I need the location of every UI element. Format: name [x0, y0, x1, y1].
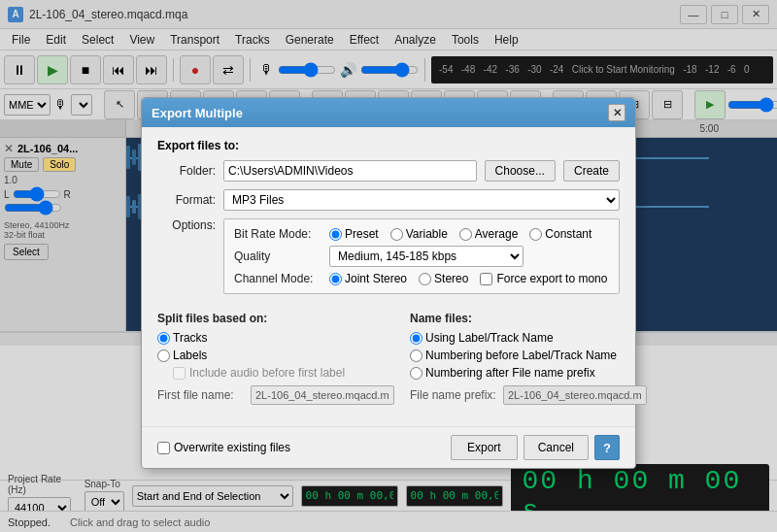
split-labels[interactable]: Labels — [157, 349, 394, 362]
split-options: Tracks Labels Include audio before first… — [157, 331, 394, 380]
folder-row: Folder: Choose... Create — [157, 160, 620, 182]
bit-rate-preset-radio[interactable] — [329, 228, 342, 241]
name-using-radio[interactable] — [410, 332, 422, 345]
dialog-footer: Overwrite existing files Export Cancel ? — [142, 426, 635, 468]
bit-rate-row: Bit Rate Mode: Preset Variable — [234, 227, 609, 241]
format-row: Format: MP3 Files — [157, 189, 620, 211]
channel-label: Channel Mode: — [234, 272, 321, 285]
bit-rate-constant-radio[interactable] — [529, 228, 542, 241]
first-file-row: First file name: — [157, 385, 394, 405]
format-select[interactable]: MP3 Files — [223, 189, 620, 211]
channel-joint-radio[interactable] — [329, 273, 342, 285]
cancel-button[interactable]: Cancel — [524, 435, 589, 460]
first-file-input[interactable] — [251, 385, 394, 405]
overwrite-row: Overwrite existing files — [157, 441, 443, 454]
channel-row: Channel Mode: Joint Stereo Stereo — [234, 272, 609, 285]
bit-rate-preset[interactable]: Preset — [329, 227, 379, 241]
export-multiple-dialog: Export Multiple ✕ Export files to: Folde… — [141, 97, 636, 469]
help-button[interactable]: ? — [594, 435, 620, 460]
overwrite-checkbox[interactable] — [157, 442, 170, 454]
bit-rate-group: Preset Variable Average — [329, 227, 591, 241]
quality-row: Quality Medium, 145-185 kbps — [234, 246, 609, 267]
bit-rate-label: Bit Rate Mode: — [234, 227, 321, 241]
first-file-label: First file name: — [157, 388, 245, 402]
folder-label: Folder: — [157, 164, 216, 178]
split-tracks-radio[interactable] — [157, 332, 170, 345]
dialog-body: Export files to: Folder: Choose... Creat… — [142, 127, 635, 426]
prefix-label: File name prefix: — [410, 388, 497, 402]
name-numbering-after[interactable]: Numbering after File name prefix — [410, 366, 647, 380]
dialog-title-bar: Export Multiple ✕ — [142, 98, 635, 127]
name-after-radio[interactable] — [410, 367, 422, 380]
quality-label: Quality — [234, 249, 321, 263]
bit-rate-average-radio[interactable] — [459, 228, 472, 241]
name-box: Name files: Using Label/Track Name Numbe… — [410, 312, 647, 405]
name-using-label[interactable]: Using Label/Track Name — [410, 331, 647, 345]
channel-group: Joint Stereo Stereo Force export to mono — [329, 272, 607, 285]
options-box: Bit Rate Mode: Preset Variable — [223, 218, 620, 294]
name-numbering-before[interactable]: Numbering before Label/Track Name — [410, 349, 647, 362]
bit-rate-variable-radio[interactable] — [390, 228, 403, 241]
channel-stereo-radio[interactable] — [419, 273, 431, 285]
choose-button[interactable]: Choose... — [485, 160, 556, 182]
channel-stereo[interactable]: Stereo — [419, 272, 468, 285]
include-audio-check[interactable]: Include audio before first label — [173, 366, 394, 380]
export-button[interactable]: Export — [451, 435, 518, 460]
overwrite-label: Overwrite existing files — [174, 441, 290, 454]
bit-rate-variable[interactable]: Variable — [390, 227, 448, 241]
prefix-input[interactable] — [503, 385, 647, 405]
split-title: Split files based on: — [157, 312, 394, 325]
force-mono-checkbox[interactable] — [480, 273, 492, 285]
split-name-section: Split files based on: Tracks Labels I — [157, 312, 620, 405]
prefix-row: File name prefix: — [410, 385, 647, 405]
quality-select[interactable]: Medium, 145-185 kbps — [329, 246, 524, 267]
create-button[interactable]: Create — [563, 160, 620, 182]
force-mono-check[interactable]: Force export to mono — [480, 272, 607, 285]
bit-rate-average[interactable]: Average — [459, 227, 518, 241]
dialog-overlay: Export Multiple ✕ Export files to: Folde… — [0, 0, 777, 532]
folder-input[interactable] — [223, 160, 477, 182]
split-tracks[interactable]: Tracks — [157, 331, 394, 345]
format-label: Format: — [157, 193, 216, 207]
footer-buttons: Export Cancel ? — [451, 435, 620, 460]
name-title: Name files: — [410, 312, 647, 325]
dialog-close-button[interactable]: ✕ — [608, 104, 625, 121]
options-label: Options: — [157, 218, 216, 232]
dialog-title-text: Export Multiple — [152, 106, 243, 120]
export-section-label: Export files to: — [157, 139, 620, 152]
include-audio-checkbox[interactable] — [173, 367, 186, 380]
name-options: Using Label/Track Name Numbering before … — [410, 331, 647, 380]
split-box: Split files based on: Tracks Labels I — [157, 312, 394, 405]
name-before-radio[interactable] — [410, 349, 422, 362]
split-labels-radio[interactable] — [157, 349, 170, 362]
bit-rate-constant[interactable]: Constant — [529, 227, 591, 241]
channel-joint[interactable]: Joint Stereo — [329, 272, 407, 285]
options-row-wrapper: Options: Bit Rate Mode: Preset V — [157, 218, 620, 304]
